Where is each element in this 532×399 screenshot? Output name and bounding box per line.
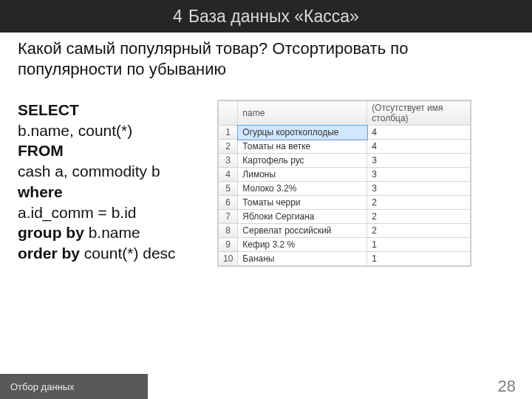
row-number: 6	[219, 196, 238, 210]
row-number: 10	[219, 252, 238, 266]
cell-count: 1	[367, 252, 471, 266]
table-row: 10Бананы1	[219, 252, 471, 266]
cell-count: 2	[367, 210, 471, 224]
result-grid: name (Отсутствует имя столбца) 1Огурцы к…	[217, 100, 471, 267]
table-row: 1Огурцы короткоплодые4	[219, 126, 471, 140]
cell-name: Бананы	[238, 252, 367, 266]
sql-line: a.id_comm = b.id	[18, 202, 202, 223]
cell-count: 2	[367, 196, 471, 210]
sql-line: b.name, count(*)	[18, 120, 202, 141]
slide-footer: Отбор данных 28	[0, 374, 532, 399]
cell-count: 3	[367, 154, 471, 168]
row-number: 7	[219, 210, 238, 224]
grid-col-count: (Отсутствует имя столбца)	[367, 101, 471, 126]
sql-line: b.name	[84, 224, 140, 241]
grid-col-name: name	[238, 101, 367, 126]
row-number: 8	[219, 224, 238, 238]
sql-kw-orderby: order by	[18, 245, 80, 262]
table-row: 5Молоко 3.2%3	[219, 182, 471, 196]
table-row: 7Яблоки Сергиана2	[219, 210, 471, 224]
table-row: 6Томаты черри2	[219, 196, 471, 210]
row-number: 1	[219, 126, 238, 140]
table-row: 8Сервелат российский2	[219, 224, 471, 238]
footer-tab: Отбор данных	[0, 374, 148, 399]
cell-name: Огурцы короткоплодые	[238, 126, 367, 140]
cell-name: Лимоны	[238, 168, 367, 182]
cell-name: Томаты на ветке	[238, 140, 367, 154]
row-number: 2	[219, 140, 238, 154]
slide-question: Какой самый популярный товар? Отсортиров…	[0, 33, 532, 79]
row-number: 4	[219, 168, 238, 182]
page-number: 28	[498, 374, 532, 399]
cell-count: 2	[367, 224, 471, 238]
cell-name: Сервелат российский	[238, 224, 367, 238]
row-number: 9	[219, 238, 238, 252]
sql-line: cash a, commodity b	[18, 161, 202, 182]
cell-name: Кефир 3.2 %	[238, 238, 367, 252]
cell-name: Томаты черри	[238, 196, 367, 210]
cell-count: 4	[367, 126, 471, 140]
slide-content: SELECT b.name, count(*) FROM cash a, com…	[0, 79, 532, 267]
sql-kw-where: where	[18, 183, 63, 200]
sql-kw-groupby: group by	[18, 224, 84, 241]
grid-corner	[219, 101, 238, 126]
cell-name: Картофель рус	[238, 154, 367, 168]
sql-line: count(*) desc	[80, 245, 176, 262]
cell-name: Яблоки Сергиана	[238, 210, 367, 224]
cell-name: Молоко 3.2%	[238, 182, 367, 196]
sql-query: SELECT b.name, count(*) FROM cash a, com…	[18, 100, 202, 264]
cell-count: 1	[367, 238, 471, 252]
row-number: 3	[219, 154, 238, 168]
table-row: 4Лимоны3	[219, 168, 471, 182]
section-title: База данных «Касса»	[188, 7, 359, 27]
cell-count: 3	[367, 182, 471, 196]
cell-count: 3	[367, 168, 471, 182]
table-row: 2Томаты на ветке4	[219, 140, 471, 154]
row-number: 5	[219, 182, 238, 196]
sql-kw-select: SELECT	[18, 101, 79, 118]
section-number: 4	[173, 7, 183, 27]
table-row: 3Картофель рус3	[219, 154, 471, 168]
sql-kw-from: FROM	[18, 142, 64, 159]
slide-header: 4 База данных «Касса»	[0, 0, 532, 33]
cell-count: 4	[367, 140, 471, 154]
table-row: 9Кефир 3.2 %1	[219, 238, 471, 252]
